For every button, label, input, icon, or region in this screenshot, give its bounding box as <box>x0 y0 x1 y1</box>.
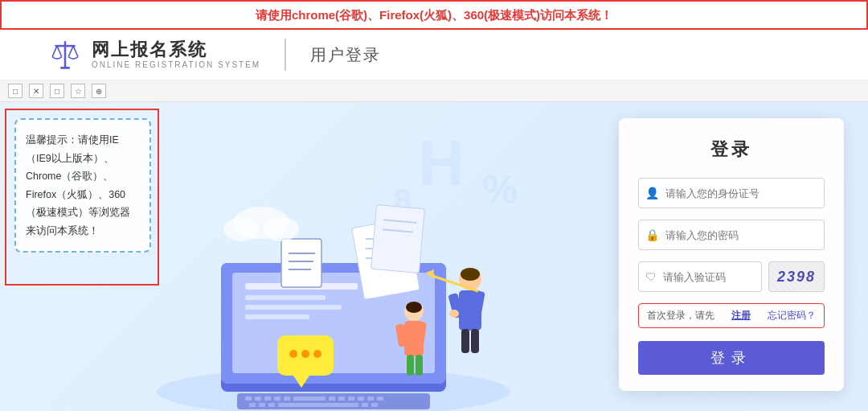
site-title-sub: ONLINE REGISTRATION SYSTEM <box>92 60 260 70</box>
header: 网上报名系统 ONLINE REGISTRATION SYSTEM 用户登录 <box>0 30 868 80</box>
toolbar-btn-2[interactable]: ✕ <box>29 84 43 98</box>
svg-rect-21 <box>293 397 326 401</box>
svg-rect-32 <box>362 403 368 407</box>
warning-box: 温馨提示：请使用IE（IE9以上版本）、Chrome（谷歌）、Firefox（火… <box>14 118 151 253</box>
warning-text: 温馨提示：请使用IE（IE9以上版本）、Chrome（谷歌）、Firefox（火… <box>26 134 130 236</box>
header-divider <box>285 39 286 71</box>
user-icon: 👤 <box>645 187 659 199</box>
top-banner: 请使用chrome(谷歌)、Firefox(火狐)、360(极速模式)访问本系统… <box>0 0 868 30</box>
svg-rect-19 <box>274 397 280 401</box>
register-hint: 首次登录，请先 <box>647 309 714 323</box>
svg-rect-12 <box>245 295 326 300</box>
toolbar: □ ✕ □ ☆ ⊕ <box>0 80 868 102</box>
login-panel: 登录 👤 🔒 🛡 2398 首次登录，请先 注册 忘记密码？ <box>619 118 844 391</box>
banner-text: 请使用chrome(谷歌)、Firefox(火狐)、360(极速模式)访问本系统… <box>256 8 612 22</box>
logo-icon <box>48 38 82 72</box>
svg-rect-26 <box>367 397 374 401</box>
shield-icon: 🛡 <box>645 270 657 283</box>
svg-line-4 <box>68 46 73 56</box>
login-button[interactable]: 登录 <box>638 341 825 375</box>
svg-rect-22 <box>329 397 335 401</box>
svg-line-3 <box>57 46 62 56</box>
svg-point-55 <box>406 302 422 313</box>
toolbar-btn-1[interactable]: □ <box>8 84 23 98</box>
svg-rect-28 <box>249 403 256 407</box>
toolbar-btn-3[interactable]: □ <box>50 84 64 98</box>
svg-rect-29 <box>259 403 265 407</box>
id-input-group: 👤 <box>638 178 825 208</box>
svg-rect-31 <box>278 403 358 407</box>
header-login-label: 用户登录 <box>310 44 381 66</box>
svg-rect-20 <box>284 397 290 401</box>
toolbar-btn-5[interactable]: ⊕ <box>92 84 106 98</box>
svg-rect-14 <box>245 314 309 319</box>
login-title: 登录 <box>638 138 825 162</box>
svg-rect-18 <box>264 397 271 401</box>
svg-rect-33 <box>371 403 378 407</box>
pwd-input[interactable] <box>665 229 817 241</box>
site-title-block: 网上报名系统 ONLINE REGISTRATION SYSTEM <box>92 39 260 70</box>
svg-rect-27 <box>377 397 383 401</box>
site-title-main: 网上报名系统 <box>92 39 260 60</box>
svg-rect-38 <box>371 205 425 273</box>
svg-point-66 <box>223 217 259 241</box>
svg-point-67 <box>264 217 299 241</box>
forgot-password-link[interactable]: 忘记密码？ <box>768 309 816 323</box>
svg-rect-46 <box>471 329 479 353</box>
svg-rect-13 <box>245 305 342 310</box>
svg-rect-17 <box>255 397 261 401</box>
svg-rect-23 <box>338 397 345 401</box>
register-row: 首次登录，请先 注册 忘记密码？ <box>638 303 825 328</box>
svg-rect-6 <box>60 67 70 69</box>
captcha-value: 2398 <box>777 269 816 286</box>
svg-line-5 <box>73 46 78 56</box>
lock-icon: 🔒 <box>645 228 659 241</box>
captcha-input[interactable] <box>663 271 755 283</box>
toolbar-btn-4[interactable]: ☆ <box>71 84 85 98</box>
pwd-input-group: 🔒 <box>638 220 825 250</box>
captcha-input-group: 🛡 <box>638 261 762 292</box>
svg-rect-30 <box>268 403 275 407</box>
svg-point-58 <box>289 350 297 358</box>
id-input[interactable] <box>665 187 817 199</box>
svg-rect-61 <box>281 239 321 287</box>
svg-rect-16 <box>245 397 252 401</box>
register-link[interactable]: 注册 <box>731 309 751 323</box>
svg-rect-54 <box>416 355 423 376</box>
svg-line-2 <box>52 46 57 56</box>
svg-rect-24 <box>348 397 354 401</box>
svg-point-59 <box>301 350 309 358</box>
svg-rect-53 <box>407 355 414 376</box>
svg-rect-25 <box>358 397 364 401</box>
illustration <box>121 102 547 411</box>
main-content: H % 8 温馨提示：请使用IE（IE9以上版本）、Chrome（谷歌）、Fir… <box>0 102 868 411</box>
svg-point-47 <box>449 310 459 318</box>
captcha-image[interactable]: 2398 <box>768 261 825 292</box>
svg-point-48 <box>461 268 480 281</box>
svg-point-60 <box>313 350 321 358</box>
svg-rect-45 <box>461 329 469 353</box>
captcha-row: 🛡 2398 <box>638 261 825 292</box>
